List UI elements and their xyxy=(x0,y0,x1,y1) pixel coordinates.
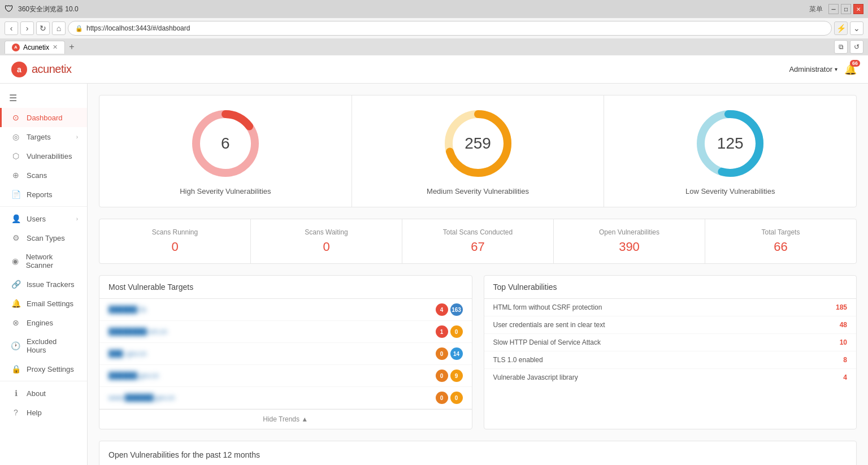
stat-total-scans: Total Scans Conducted 67 xyxy=(402,219,554,263)
top-vulnerabilities-panel: Top Vulnerabilities HTML form without CS… xyxy=(484,275,857,429)
sidebar-item-issue-trackers[interactable]: 🔗 Issue Trackers xyxy=(0,275,87,294)
menu-label: 菜单 xyxy=(809,5,823,14)
sidebar-label-help: Help xyxy=(27,408,42,417)
target-medium-badge-4: 0 xyxy=(450,392,463,404)
browser-tab[interactable]: A Acunetix ✕ xyxy=(5,41,65,54)
lightning-button[interactable]: ⚡ xyxy=(834,21,848,35)
stat-total-targets: Total Targets 66 xyxy=(705,219,856,263)
low-severity-value: 125 xyxy=(717,134,744,153)
low-severity-label: Low Severity Vulnerabilities xyxy=(685,187,775,195)
stat-label-total-scans: Total Scans Conducted xyxy=(443,228,513,236)
issue-trackers-icon: 🔗 xyxy=(11,280,21,289)
sidebar-item-scans[interactable]: ⊕ Scans xyxy=(0,166,87,185)
main-content: 6 High Severity Vulnerabilities 259 Medi… xyxy=(88,84,868,465)
sidebar-item-users[interactable]: 👤 Users › xyxy=(0,209,87,228)
scan-types-icon: ⚙ xyxy=(11,233,21,242)
reports-icon: 📄 xyxy=(11,190,21,199)
target-row-1: ████████.om.cn 1 0 xyxy=(99,321,472,343)
target-row-0: ██████.3s 4 163 xyxy=(99,299,472,321)
chevron-down-button[interactable]: ⌄ xyxy=(850,21,863,35)
close-button[interactable]: ✕ xyxy=(853,4,863,14)
vuln-name-1: User credentials are sent in clear text xyxy=(493,321,840,329)
vuln-count-3: 8 xyxy=(843,356,847,364)
sidebar-item-scan-types[interactable]: ⚙ Scan Types xyxy=(0,228,87,247)
about-icon: ℹ xyxy=(11,389,21,398)
target-row-3: ██████.gov.cn 0 9 xyxy=(99,365,472,387)
target-name-3: ██████.gov.cn xyxy=(108,372,433,380)
minimize-button[interactable]: ─ xyxy=(828,4,839,14)
target-name-0: ██████.3s xyxy=(108,306,433,314)
sidebar-label-vulnerabilities: Vulnerabilities xyxy=(27,152,72,160)
medium-severity-value: 259 xyxy=(465,134,491,153)
sidebar-item-targets[interactable]: ◎ Targets › xyxy=(0,127,87,146)
target-high-badge-1: 1 xyxy=(436,325,448,338)
app-logo: a acunetix xyxy=(11,62,72,77)
scans-icon: ⊕ xyxy=(11,171,21,180)
targets-icon: ◎ xyxy=(11,132,21,141)
sidebar-item-dashboard[interactable]: ⊙ Dashboard xyxy=(0,108,87,127)
sidebar: ☰ ⊙ Dashboard ◎ Targets › ⬡ Vulnerabilit… xyxy=(0,84,88,465)
sidebar-item-proxy-settings[interactable]: 🔒 Proxy Settings xyxy=(0,359,87,379)
sidebar-item-help[interactable]: ? Help xyxy=(0,403,87,422)
sidebar-item-engines[interactable]: ⊗ Engines xyxy=(0,313,87,332)
forward-button[interactable]: › xyxy=(20,21,34,35)
medium-severity-donut: 259 xyxy=(441,107,515,180)
duplicate-tab-button[interactable]: ⧉ xyxy=(834,40,848,54)
dashboard-icon: ⊙ xyxy=(11,113,21,122)
notification-button[interactable]: 🔔 66 xyxy=(844,63,857,76)
vuln-row-4: Vulnerable Javascript library 4 xyxy=(484,369,857,386)
sidebar-label-users: Users xyxy=(27,215,46,223)
target-high-badge-0: 4 xyxy=(436,303,448,316)
target-medium-badge-0: 163 xyxy=(450,303,463,316)
vuln-row-2: Slow HTTP Denial of Service Attack 10 xyxy=(484,334,857,351)
charts-row: 6 High Severity Vulnerabilities 259 Medi… xyxy=(99,95,857,207)
url-text: https://localhost:3443/#/dashboard xyxy=(86,24,190,32)
sidebar-item-about[interactable]: ℹ About xyxy=(0,384,87,403)
sidebar-item-email-settings[interactable]: 🔔 Email Settings xyxy=(0,294,87,313)
address-bar[interactable]: 🔒 https://localhost:3443/#/dashboard xyxy=(68,21,832,36)
sidebar-item-excluded-hours[interactable]: 🕐 Excluded Hours xyxy=(0,332,87,359)
home-button[interactable]: ⌂ xyxy=(52,21,66,35)
maximize-button[interactable]: □ xyxy=(841,4,851,14)
stat-open-vulnerabilities: Open Vulnerabilities 390 xyxy=(554,219,705,263)
tab-close-icon[interactable]: ✕ xyxy=(53,44,58,51)
target-high-badge-4: 0 xyxy=(436,392,448,404)
sidebar-item-network-scanner[interactable]: ◉ Network Scanner xyxy=(0,247,87,275)
sidebar-menu-toggle[interactable]: ☰ xyxy=(0,88,87,108)
target-name-2: ███.-gov.cn xyxy=(108,350,433,358)
target-row-2: ███.-gov.cn 0 14 xyxy=(99,343,472,365)
target-medium-badge-3: 9 xyxy=(450,370,463,382)
target-high-badge-3: 0 xyxy=(436,370,448,382)
sidebar-divider-1 xyxy=(0,206,87,207)
sidebar-divider-2 xyxy=(0,381,87,381)
stat-value-scans-running: 0 xyxy=(171,240,178,254)
top-vulnerabilities-header: Top Vulnerabilities xyxy=(484,276,857,299)
sidebar-item-reports[interactable]: 📄 Reports xyxy=(0,185,87,204)
high-severity-card: 6 High Severity Vulnerabilities xyxy=(99,95,352,207)
chart-section-title: Open Vulnerabilities for the past 12 mon… xyxy=(108,450,847,459)
sidebar-label-targets: Targets xyxy=(27,133,51,141)
refresh-button[interactable]: ↻ xyxy=(36,21,50,35)
vuln-row-1: User credentials are sent in clear text … xyxy=(484,316,857,334)
browser-logo: 🛡 xyxy=(5,4,14,14)
target-name-4: www.██████.gov.cn xyxy=(108,394,433,402)
sidebar-label-network-scanner: Network Scanner xyxy=(26,253,78,270)
restore-tab-button[interactable]: ↺ xyxy=(850,40,863,54)
sidebar-item-vulnerabilities[interactable]: ⬡ Vulnerabilities xyxy=(0,146,87,166)
vulnerabilities-icon: ⬡ xyxy=(11,151,21,160)
admin-dropdown[interactable]: Administrator ▾ xyxy=(789,65,837,73)
stat-label-open-vulnerabilities: Open Vulnerabilities xyxy=(599,228,659,236)
low-severity-donut: 125 xyxy=(693,107,767,180)
logo-icon: a xyxy=(11,62,27,77)
vuln-name-4: Vulnerable Javascript library xyxy=(493,373,844,381)
stat-value-scans-waiting: 0 xyxy=(323,240,329,254)
users-chevron-icon: › xyxy=(76,216,78,222)
new-tab-button[interactable]: + xyxy=(65,40,79,54)
stat-scans-waiting: Scans Waiting 0 xyxy=(251,219,402,263)
target-name-1: ████████.om.cn xyxy=(108,328,433,336)
medium-severity-card: 259 Medium Severity Vulnerabilities xyxy=(352,95,605,207)
hide-trends-button[interactable]: Hide Trends ▲ xyxy=(99,409,472,429)
vuln-count-0: 185 xyxy=(836,303,847,311)
back-button[interactable]: ‹ xyxy=(5,21,18,35)
stat-label-scans-running: Scans Running xyxy=(152,228,198,236)
